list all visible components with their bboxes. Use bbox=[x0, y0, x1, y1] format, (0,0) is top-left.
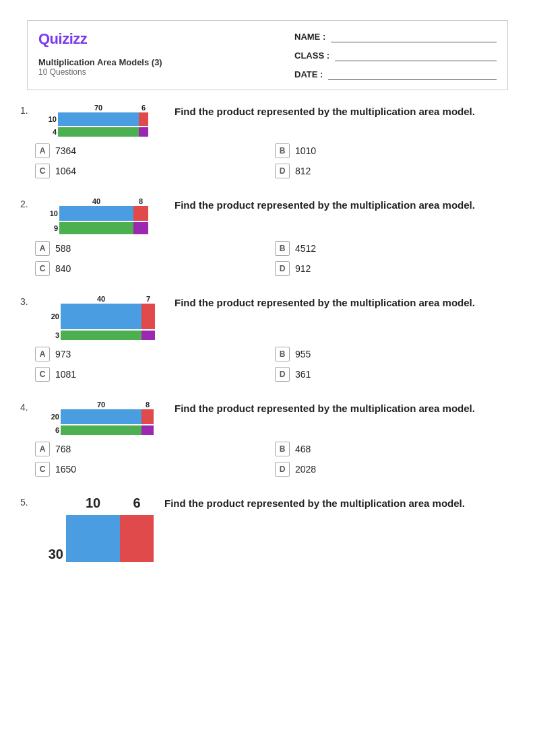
q3-label-7: 7 bbox=[141, 295, 155, 303]
q3-letter-b[interactable]: B bbox=[275, 347, 290, 362]
q4-letter-a[interactable]: A bbox=[35, 442, 50, 456]
q2-model: 40 8 10 9 bbox=[46, 197, 164, 234]
q2-blue-1 bbox=[59, 206, 133, 221]
q3-value-b: 955 bbox=[295, 349, 311, 359]
q4-label-8: 8 bbox=[141, 401, 154, 409]
q2-label-8: 8 bbox=[133, 197, 148, 205]
q1-letter-d[interactable]: D bbox=[275, 164, 290, 178]
q1-letter-b[interactable]: B bbox=[275, 143, 290, 158]
q3-value-a: 973 bbox=[55, 349, 71, 359]
date-field-row: DATE : bbox=[294, 68, 497, 80]
q4-number: 4. bbox=[20, 401, 35, 413]
q3-letter-a[interactable]: A bbox=[35, 347, 50, 362]
date-label: DATE : bbox=[294, 69, 323, 79]
q1-row2-label: 4 bbox=[46, 128, 58, 136]
q1-option-a: A 7364 bbox=[35, 143, 275, 158]
q4-bars: 20 6 bbox=[46, 409, 154, 435]
q4-letter-b[interactable]: B bbox=[275, 442, 290, 456]
worksheet-title: Multiplication Area Models (3) bbox=[38, 57, 162, 67]
name-field-row: NAME : bbox=[294, 30, 497, 42]
header-left: Quizizz Multiplication Area Models (3) 1… bbox=[38, 30, 162, 77]
worksheet-subtitle: 10 Questions bbox=[38, 67, 162, 77]
q2-value-a: 588 bbox=[55, 243, 71, 254]
date-line[interactable] bbox=[328, 68, 497, 80]
question-4: 4. 70 8 20 6 bbox=[20, 401, 515, 483]
q5-label-6: 6 bbox=[120, 495, 154, 511]
q2-row1-label: 10 bbox=[46, 209, 59, 217]
q2-green-1 bbox=[59, 222, 133, 234]
q2-letter-b[interactable]: B bbox=[275, 241, 290, 256]
q2-letter-d[interactable]: D bbox=[275, 261, 290, 276]
q4-option-b: B 468 bbox=[275, 442, 515, 456]
q3-text: Find the product represented by the mult… bbox=[175, 295, 515, 310]
q4-text: Find the product represented by the mult… bbox=[175, 401, 515, 415]
q3-row2-label: 3 bbox=[46, 331, 61, 339]
q2-letter-c[interactable]: C bbox=[35, 261, 50, 276]
question-2: 2. 40 8 10 9 bbox=[20, 197, 515, 283]
question-5: 5. 10 6 30 Find the product represented … bbox=[20, 495, 515, 576]
logo: Quizizz bbox=[38, 30, 162, 48]
q4-option-d: D 2028 bbox=[275, 462, 515, 477]
q3-value-c: 1081 bbox=[55, 369, 76, 380]
question-1: 1. 70 6 10 4 bbox=[20, 104, 515, 185]
q2-bars: 10 9 bbox=[46, 206, 148, 234]
header-fields: NAME : CLASS : DATE : bbox=[294, 30, 497, 80]
q3-option-a: A 973 bbox=[35, 347, 275, 362]
q4-row: 4. 70 8 20 6 bbox=[20, 401, 515, 435]
q5-number: 5. bbox=[20, 495, 35, 508]
q5-text: Find the product represented by the mult… bbox=[164, 495, 515, 510]
q4-option-c: C 1650 bbox=[35, 462, 275, 477]
q1-green-1 bbox=[58, 127, 139, 137]
q1-row: 1. 70 6 10 4 bbox=[20, 104, 515, 137]
name-line[interactable] bbox=[331, 30, 497, 42]
q1-value-d: 812 bbox=[295, 166, 311, 176]
q5-model: 10 6 30 bbox=[46, 495, 154, 562]
q2-purple-1 bbox=[133, 222, 148, 234]
q1-letter-a[interactable]: A bbox=[35, 143, 50, 158]
class-label: CLASS : bbox=[294, 50, 329, 61]
q5-row: 5. 10 6 30 Find the product represented … bbox=[20, 495, 515, 562]
q1-red-1 bbox=[139, 112, 148, 126]
q4-value-a: 768 bbox=[55, 444, 71, 454]
q1-option-b: B 1010 bbox=[275, 143, 515, 158]
q2-text: Find the product represented by the mult… bbox=[175, 197, 515, 212]
q2-red-1 bbox=[133, 206, 148, 221]
q1-value-a: 7364 bbox=[55, 145, 76, 156]
q4-green-1 bbox=[61, 425, 141, 435]
q1-letter-c[interactable]: C bbox=[35, 164, 50, 178]
q3-purple-1 bbox=[141, 331, 155, 340]
q2-number: 2. bbox=[20, 197, 35, 209]
question-3: 3. 40 7 20 3 bbox=[20, 295, 515, 388]
q3-option-b: B 955 bbox=[275, 347, 515, 362]
q1-blue-1 bbox=[58, 112, 139, 126]
q2-option-a: A 588 bbox=[35, 241, 275, 256]
q3-row: 3. 40 7 20 3 bbox=[20, 295, 515, 340]
q5-red bbox=[120, 515, 154, 562]
q5-blue bbox=[66, 515, 120, 562]
q4-letter-c[interactable]: C bbox=[35, 462, 50, 477]
q4-purple-1 bbox=[141, 425, 154, 435]
q2-option-b: B 4512 bbox=[275, 241, 515, 256]
class-line[interactable] bbox=[335, 49, 497, 61]
q2-letter-a[interactable]: A bbox=[35, 241, 50, 256]
q3-red-1 bbox=[141, 304, 155, 329]
q5-label-10: 10 bbox=[66, 495, 120, 511]
q3-letter-c[interactable]: C bbox=[35, 367, 50, 382]
q5-bars-row: 30 bbox=[46, 515, 154, 562]
q3-blue-1 bbox=[61, 304, 141, 329]
q3-option-c: C 1081 bbox=[35, 367, 275, 382]
q1-row1-label: 10 bbox=[46, 115, 58, 123]
q3-green-1 bbox=[61, 331, 141, 340]
header: Quizizz Multiplication Area Models (3) 1… bbox=[27, 20, 508, 90]
class-field-row: CLASS : bbox=[294, 49, 497, 61]
q1-number: 1. bbox=[20, 104, 35, 116]
q1-bars: 10 4 bbox=[46, 112, 148, 137]
q1-text: Find the product represented by the mult… bbox=[175, 104, 515, 118]
q4-letter-d[interactable]: D bbox=[275, 462, 290, 477]
q3-options: A 973 B 955 C 1081 D 361 bbox=[35, 347, 515, 382]
q3-option-d: D 361 bbox=[275, 367, 515, 382]
q3-letter-d[interactable]: D bbox=[275, 367, 290, 382]
q2-option-d: D 912 bbox=[275, 261, 515, 276]
q2-row: 2. 40 8 10 9 bbox=[20, 197, 515, 234]
q4-value-b: 468 bbox=[295, 444, 311, 454]
